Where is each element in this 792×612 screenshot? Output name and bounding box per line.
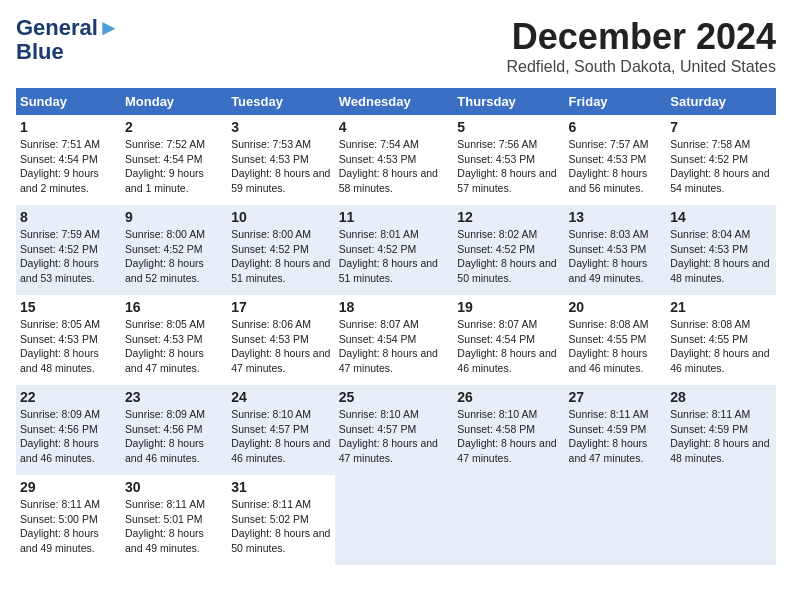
calendar-cell: 6Sunrise: 7:57 AM Sunset: 4:53 PM Daylig… (565, 115, 667, 205)
day-number: 6 (569, 119, 663, 135)
day-info: Sunrise: 8:09 AM Sunset: 4:56 PM Dayligh… (125, 407, 223, 466)
day-info: Sunrise: 8:02 AM Sunset: 4:52 PM Dayligh… (457, 227, 560, 286)
title-area: December 2024 Redfield, South Dakota, Un… (507, 16, 777, 76)
day-info: Sunrise: 8:10 AM Sunset: 4:57 PM Dayligh… (231, 407, 331, 466)
day-number: 5 (457, 119, 560, 135)
calendar-cell: 16Sunrise: 8:05 AM Sunset: 4:53 PM Dayli… (121, 295, 227, 385)
day-info: Sunrise: 7:52 AM Sunset: 4:54 PM Dayligh… (125, 137, 223, 196)
calendar-cell: 20Sunrise: 8:08 AM Sunset: 4:55 PM Dayli… (565, 295, 667, 385)
day-number: 30 (125, 479, 223, 495)
day-number: 9 (125, 209, 223, 225)
day-number: 10 (231, 209, 331, 225)
calendar-cell: 29Sunrise: 8:11 AM Sunset: 5:00 PM Dayli… (16, 475, 121, 565)
day-number: 15 (20, 299, 117, 315)
day-number: 25 (339, 389, 450, 405)
calendar-week-row: 29Sunrise: 8:11 AM Sunset: 5:00 PM Dayli… (16, 475, 776, 565)
day-info: Sunrise: 8:06 AM Sunset: 4:53 PM Dayligh… (231, 317, 331, 376)
calendar-cell: 12Sunrise: 8:02 AM Sunset: 4:52 PM Dayli… (453, 205, 564, 295)
calendar-title: December 2024 (507, 16, 777, 58)
day-number: 23 (125, 389, 223, 405)
header-monday: Monday (121, 88, 227, 115)
day-info: Sunrise: 7:53 AM Sunset: 4:53 PM Dayligh… (231, 137, 331, 196)
day-info: Sunrise: 8:11 AM Sunset: 4:59 PM Dayligh… (569, 407, 663, 466)
day-number: 27 (569, 389, 663, 405)
day-info: Sunrise: 8:00 AM Sunset: 4:52 PM Dayligh… (231, 227, 331, 286)
calendar-cell: 17Sunrise: 8:06 AM Sunset: 4:53 PM Dayli… (227, 295, 335, 385)
calendar-cell: 13Sunrise: 8:03 AM Sunset: 4:53 PM Dayli… (565, 205, 667, 295)
day-number: 17 (231, 299, 331, 315)
calendar-week-row: 1Sunrise: 7:51 AM Sunset: 4:54 PM Daylig… (16, 115, 776, 205)
day-info: Sunrise: 8:04 AM Sunset: 4:53 PM Dayligh… (670, 227, 772, 286)
day-number: 20 (569, 299, 663, 315)
day-info: Sunrise: 8:10 AM Sunset: 4:57 PM Dayligh… (339, 407, 450, 466)
calendar-cell: 11Sunrise: 8:01 AM Sunset: 4:52 PM Dayli… (335, 205, 454, 295)
day-number: 21 (670, 299, 772, 315)
day-info: Sunrise: 8:01 AM Sunset: 4:52 PM Dayligh… (339, 227, 450, 286)
day-number: 18 (339, 299, 450, 315)
calendar-cell: 15Sunrise: 8:05 AM Sunset: 4:53 PM Dayli… (16, 295, 121, 385)
calendar-week-row: 15Sunrise: 8:05 AM Sunset: 4:53 PM Dayli… (16, 295, 776, 385)
day-number: 2 (125, 119, 223, 135)
header-saturday: Saturday (666, 88, 776, 115)
header-tuesday: Tuesday (227, 88, 335, 115)
calendar-week-row: 22Sunrise: 8:09 AM Sunset: 4:56 PM Dayli… (16, 385, 776, 475)
calendar-table: SundayMondayTuesdayWednesdayThursdayFrid… (16, 88, 776, 565)
logo-text: General►Blue (16, 16, 120, 64)
day-info: Sunrise: 8:03 AM Sunset: 4:53 PM Dayligh… (569, 227, 663, 286)
calendar-cell: 7Sunrise: 7:58 AM Sunset: 4:52 PM Daylig… (666, 115, 776, 205)
logo: General►Blue (16, 16, 120, 64)
day-info: Sunrise: 8:08 AM Sunset: 4:55 PM Dayligh… (670, 317, 772, 376)
calendar-cell: 24Sunrise: 8:10 AM Sunset: 4:57 PM Dayli… (227, 385, 335, 475)
header-thursday: Thursday (453, 88, 564, 115)
day-info: Sunrise: 8:11 AM Sunset: 5:02 PM Dayligh… (231, 497, 331, 556)
header-wednesday: Wednesday (335, 88, 454, 115)
day-number: 19 (457, 299, 560, 315)
day-number: 7 (670, 119, 772, 135)
day-info: Sunrise: 8:08 AM Sunset: 4:55 PM Dayligh… (569, 317, 663, 376)
day-info: Sunrise: 7:57 AM Sunset: 4:53 PM Dayligh… (569, 137, 663, 196)
day-info: Sunrise: 8:00 AM Sunset: 4:52 PM Dayligh… (125, 227, 223, 286)
calendar-cell: 9Sunrise: 8:00 AM Sunset: 4:52 PM Daylig… (121, 205, 227, 295)
day-info: Sunrise: 8:10 AM Sunset: 4:58 PM Dayligh… (457, 407, 560, 466)
calendar-cell: 10Sunrise: 8:00 AM Sunset: 4:52 PM Dayli… (227, 205, 335, 295)
header-sunday: Sunday (16, 88, 121, 115)
header: General►Blue December 2024 Redfield, Sou… (16, 16, 776, 76)
day-info: Sunrise: 7:58 AM Sunset: 4:52 PM Dayligh… (670, 137, 772, 196)
calendar-cell: 23Sunrise: 8:09 AM Sunset: 4:56 PM Dayli… (121, 385, 227, 475)
calendar-cell: 1Sunrise: 7:51 AM Sunset: 4:54 PM Daylig… (16, 115, 121, 205)
calendar-cell: 19Sunrise: 8:07 AM Sunset: 4:54 PM Dayli… (453, 295, 564, 385)
day-number: 1 (20, 119, 117, 135)
day-info: Sunrise: 8:11 AM Sunset: 5:00 PM Dayligh… (20, 497, 117, 556)
day-number: 3 (231, 119, 331, 135)
day-number: 24 (231, 389, 331, 405)
day-number: 16 (125, 299, 223, 315)
day-number: 13 (569, 209, 663, 225)
day-number: 28 (670, 389, 772, 405)
day-number: 22 (20, 389, 117, 405)
header-friday: Friday (565, 88, 667, 115)
day-info: Sunrise: 8:09 AM Sunset: 4:56 PM Dayligh… (20, 407, 117, 466)
calendar-cell: 18Sunrise: 8:07 AM Sunset: 4:54 PM Dayli… (335, 295, 454, 385)
day-number: 29 (20, 479, 117, 495)
calendar-cell: 3Sunrise: 7:53 AM Sunset: 4:53 PM Daylig… (227, 115, 335, 205)
day-number: 12 (457, 209, 560, 225)
calendar-cell: 8Sunrise: 7:59 AM Sunset: 4:52 PM Daylig… (16, 205, 121, 295)
calendar-cell: 21Sunrise: 8:08 AM Sunset: 4:55 PM Dayli… (666, 295, 776, 385)
calendar-header-row: SundayMondayTuesdayWednesdayThursdayFrid… (16, 88, 776, 115)
calendar-week-row: 8Sunrise: 7:59 AM Sunset: 4:52 PM Daylig… (16, 205, 776, 295)
calendar-cell: 28Sunrise: 8:11 AM Sunset: 4:59 PM Dayli… (666, 385, 776, 475)
calendar-cell: 4Sunrise: 7:54 AM Sunset: 4:53 PM Daylig… (335, 115, 454, 205)
day-number: 14 (670, 209, 772, 225)
day-number: 26 (457, 389, 560, 405)
calendar-cell: 5Sunrise: 7:56 AM Sunset: 4:53 PM Daylig… (453, 115, 564, 205)
day-info: Sunrise: 7:51 AM Sunset: 4:54 PM Dayligh… (20, 137, 117, 196)
calendar-cell (666, 475, 776, 565)
calendar-cell: 2Sunrise: 7:52 AM Sunset: 4:54 PM Daylig… (121, 115, 227, 205)
day-info: Sunrise: 7:59 AM Sunset: 4:52 PM Dayligh… (20, 227, 117, 286)
calendar-cell: 27Sunrise: 8:11 AM Sunset: 4:59 PM Dayli… (565, 385, 667, 475)
day-number: 8 (20, 209, 117, 225)
day-number: 4 (339, 119, 450, 135)
day-info: Sunrise: 8:11 AM Sunset: 4:59 PM Dayligh… (670, 407, 772, 466)
day-info: Sunrise: 8:07 AM Sunset: 4:54 PM Dayligh… (339, 317, 450, 376)
calendar-cell: 25Sunrise: 8:10 AM Sunset: 4:57 PM Dayli… (335, 385, 454, 475)
